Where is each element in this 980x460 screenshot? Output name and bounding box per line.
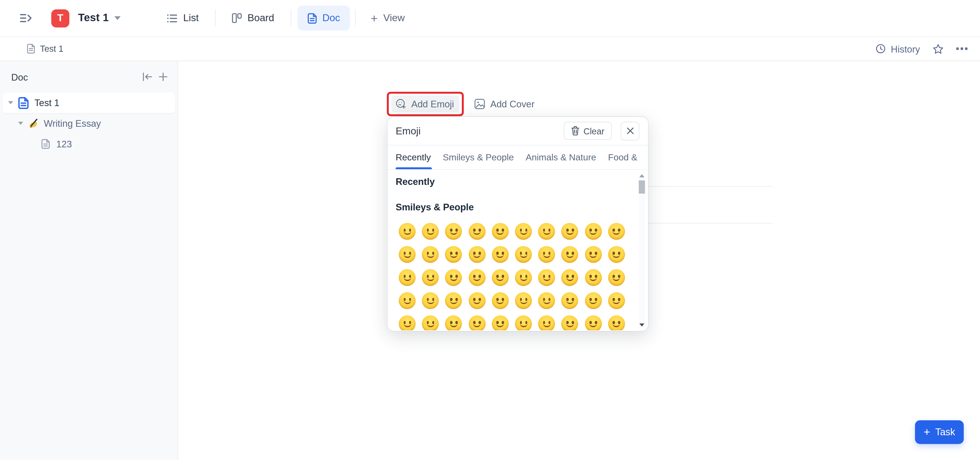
emoji-item[interactable] [535, 266, 558, 289]
tab-board[interactable]: Board [222, 6, 284, 30]
tab-recently[interactable]: Recently [396, 152, 431, 162]
close-icon[interactable] [620, 121, 639, 140]
emoji-item[interactable] [558, 312, 582, 330]
emoji-item[interactable] [465, 266, 488, 289]
emoji-item[interactable] [558, 266, 582, 289]
emoji-item[interactable] [442, 243, 465, 266]
emoji-item[interactable] [512, 266, 535, 289]
tab-animals-nature[interactable]: Animals & Nature [526, 152, 596, 162]
emoji-item[interactable] [535, 312, 558, 330]
scroll-down-icon[interactable] [639, 324, 644, 327]
breadcrumb[interactable]: Test 1 [27, 44, 63, 54]
emoji-item[interactable] [512, 312, 535, 330]
workspace-title[interactable]: Test 1 [78, 12, 109, 24]
emoji-face [399, 246, 416, 263]
emoji-item[interactable] [535, 220, 558, 243]
emoji-item[interactable] [582, 266, 605, 289]
emoji-item[interactable] [582, 289, 605, 312]
scrollbar[interactable] [639, 173, 645, 328]
emoji-face [399, 223, 416, 240]
emoji-face [422, 269, 439, 286]
emoji-item[interactable] [396, 266, 419, 289]
emoji-item[interactable] [396, 289, 419, 312]
emoji-item[interactable] [512, 289, 535, 312]
emoji-item[interactable] [535, 243, 558, 266]
tree-item-writing-essay[interactable]: Writing Essay [3, 113, 175, 133]
emoji-item[interactable] [558, 243, 582, 266]
workspace-caret-down-icon[interactable] [115, 16, 121, 20]
scrollbar-thumb[interactable] [639, 181, 645, 194]
emoji-item[interactable] [419, 312, 442, 330]
emoji-item[interactable] [465, 220, 488, 243]
emoji-face [562, 316, 578, 330]
emoji-item[interactable] [582, 220, 605, 243]
emoji-item[interactable] [605, 312, 628, 330]
add-emoji-button[interactable]: Add Emoji [391, 96, 460, 113]
chevron-down-icon[interactable] [18, 122, 23, 125]
emoji-face [445, 223, 462, 240]
emoji-item[interactable] [396, 243, 419, 266]
emoji-item[interactable] [442, 312, 465, 330]
emoji-item[interactable] [558, 220, 582, 243]
emoji-face [538, 246, 555, 263]
emoji-item[interactable] [512, 220, 535, 243]
trash-icon [571, 126, 579, 136]
add-view-button[interactable]: + View [361, 12, 415, 24]
emoji-item[interactable] [605, 220, 628, 243]
tab-smileys-people[interactable]: Smileys & People [443, 152, 514, 162]
emoji-item[interactable] [488, 266, 512, 289]
emoji-item[interactable] [488, 243, 512, 266]
chevron-down-icon[interactable] [8, 101, 13, 104]
emoji-face [469, 246, 485, 263]
emoji-item[interactable] [488, 220, 512, 243]
emoji-item[interactable] [396, 312, 419, 330]
emoji-item[interactable] [488, 289, 512, 312]
emoji-item[interactable] [582, 243, 605, 266]
clear-label: Clear [584, 126, 605, 136]
add-page-icon[interactable] [159, 72, 167, 81]
emoji-face [562, 246, 578, 263]
emoji-item[interactable] [465, 289, 488, 312]
emoji-item[interactable] [419, 289, 442, 312]
emoji-item[interactable] [396, 220, 419, 243]
workspace-avatar[interactable]: T [51, 9, 69, 27]
emoji-item[interactable] [605, 266, 628, 289]
emoji-item[interactable] [535, 289, 558, 312]
add-cover-button[interactable]: Add Cover [469, 96, 540, 113]
emoji-item[interactable] [558, 289, 582, 312]
add-task-button[interactable]: + Task [915, 420, 964, 444]
emoji-item[interactable] [465, 312, 488, 330]
writing-hand-emoji [28, 118, 39, 128]
doc-tree: Test 1 Writing Essay [0, 92, 178, 154]
sidebar-expand-icon[interactable] [19, 11, 34, 26]
tab-list[interactable]: List [157, 6, 209, 30]
emoji-item[interactable] [582, 312, 605, 330]
emoji-item[interactable] [488, 312, 512, 330]
emoji-face [492, 292, 509, 309]
clear-button[interactable]: Clear [563, 122, 612, 140]
add-view-label: View [383, 13, 405, 24]
emoji-item[interactable] [442, 289, 465, 312]
tab-doc[interactable]: Doc [298, 6, 350, 30]
emoji-item[interactable] [605, 289, 628, 312]
collapse-sidebar-icon[interactable] [142, 72, 152, 81]
board-icon [232, 13, 242, 23]
favorite-star-icon[interactable] [932, 43, 944, 54]
emoji-face [538, 269, 555, 286]
emoji-item[interactable] [605, 243, 628, 266]
emoji-item[interactable] [419, 220, 442, 243]
emoji-item[interactable] [512, 243, 535, 266]
emoji-item[interactable] [419, 266, 442, 289]
emoji-item[interactable] [465, 243, 488, 266]
tree-item-123[interactable]: 123 [3, 133, 175, 154]
scroll-up-icon[interactable] [639, 174, 644, 177]
more-options-icon[interactable] [956, 48, 967, 50]
history-button[interactable]: History [876, 43, 920, 54]
emoji-item[interactable] [419, 243, 442, 266]
emoji-face [515, 269, 532, 286]
emoji-item[interactable] [442, 220, 465, 243]
emoji-face [445, 292, 462, 309]
tree-item-test-1[interactable]: Test 1 [3, 92, 175, 113]
tab-food[interactable]: Food & [608, 152, 637, 162]
emoji-item[interactable] [442, 266, 465, 289]
